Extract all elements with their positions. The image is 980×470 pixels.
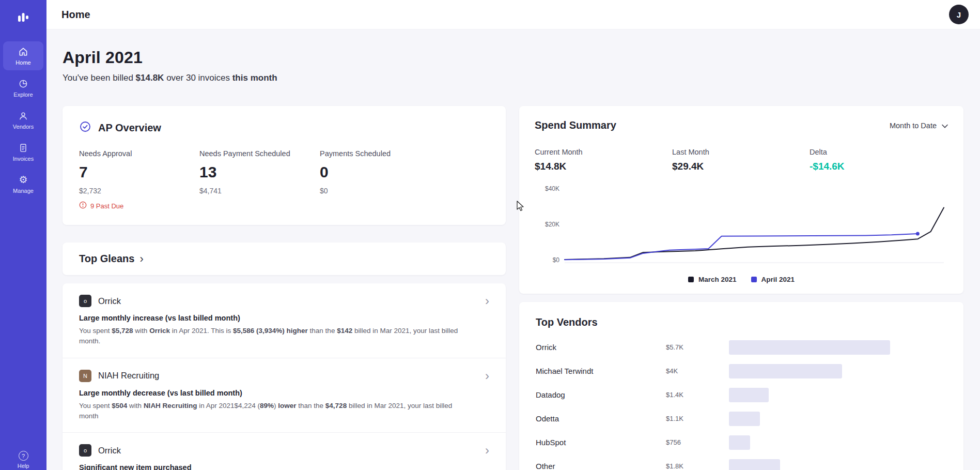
stat-current-month: Current Month $14.8K	[535, 148, 672, 172]
y-tick-label: $20K	[545, 221, 559, 228]
invoices-icon	[18, 143, 28, 153]
alert-circle-icon	[79, 201, 87, 210]
vendor-bar	[729, 364, 842, 378]
stat-label: Last Month	[672, 148, 810, 156]
main-content: April 2021 You've been billed $14.8K ove…	[46, 29, 980, 470]
glean-item[interactable]: o Orrick › Significant new item purchase…	[63, 432, 506, 470]
vendor-name: Datadog	[536, 390, 666, 399]
chevron-down-icon	[942, 122, 948, 130]
vendor-logo: o	[79, 295, 91, 307]
sidebar: Home Explore Vendors Invoices ⚙ Manage ?…	[0, 0, 46, 470]
vendors-icon	[18, 111, 28, 121]
stat-label: Needs Payment Scheduled	[199, 149, 320, 158]
vendor-name: Orrick	[536, 343, 666, 352]
past-due-label: 9 Past Due	[90, 202, 123, 210]
check-circle-icon	[79, 120, 91, 135]
vendor-bar	[729, 435, 750, 450]
stat-label: Needs Approval	[79, 149, 199, 158]
stat-value: $29.4K	[672, 161, 810, 172]
vendor-row[interactable]: Odetta $1.1K	[536, 411, 947, 426]
stat-last-month: Last Month $29.4K	[672, 148, 810, 172]
past-due-alert[interactable]: 9 Past Due	[79, 201, 199, 210]
date-range-label: Month to Date	[890, 122, 937, 130]
vendor-logo: o	[79, 444, 91, 457]
vendor-amount: $4K	[666, 367, 729, 375]
stat-value: -$14.6K	[810, 161, 947, 172]
sidebar-item-home[interactable]: Home	[3, 41, 43, 70]
chevron-right-icon[interactable]: ›	[139, 253, 143, 265]
legend-label: March 2021	[698, 276, 737, 283]
app-logo[interactable]	[16, 10, 30, 27]
page-title: April 2021	[63, 48, 963, 67]
top-gleans-header[interactable]: Top Gleans ›	[63, 242, 506, 275]
vendor-bar	[729, 388, 769, 402]
sidebar-item-label: Vendors	[13, 124, 34, 130]
vendor-row[interactable]: Michael Terwindt $4K	[536, 363, 947, 378]
legend-swatch	[688, 277, 694, 282]
vendor-name: Michael Terwindt	[536, 367, 666, 375]
sidebar-item-vendors[interactable]: Vendors	[3, 105, 43, 134]
vendor-bar	[729, 459, 780, 470]
ap-overview-title: AP Overview	[98, 122, 161, 134]
topbar-title: Home	[61, 9, 90, 21]
vendor-name: Odetta	[536, 414, 666, 423]
glean-title: Significant new item purchased	[79, 463, 489, 470]
chart-line-1	[565, 234, 917, 260]
glean-body: You spent $504 with NIAH Recruiting in A…	[79, 401, 472, 422]
chevron-right-icon[interactable]: ›	[485, 370, 489, 382]
vendor-row[interactable]: Other $1.8K	[536, 459, 947, 470]
vendor-row[interactable]: Datadog $1.4K	[536, 387, 947, 402]
help-icon: ?	[19, 451, 28, 461]
stat-label: Current Month	[535, 148, 672, 156]
top-gleans-title: Top Gleans	[79, 253, 134, 265]
vendor-logo: N	[79, 370, 91, 382]
stat-label: Payments Scheduled	[320, 149, 440, 158]
vendor-amount: $756	[666, 438, 729, 446]
vendor-row[interactable]: Orrick $5.7K	[536, 340, 947, 355]
page-subtitle: You've been billed $14.8K over 30 invoic…	[63, 73, 963, 83]
chart-legend: March 2021April 2021	[535, 276, 948, 286]
legend-swatch	[751, 277, 757, 282]
glean-title: Large monthly increase (vs last billed m…	[79, 314, 489, 322]
sidebar-item-label: Home	[15, 59, 30, 66]
chart-line-0	[565, 208, 944, 260]
sidebar-item-explore[interactable]: Explore	[3, 73, 43, 102]
stat-value: 13	[199, 163, 320, 181]
chevron-right-icon[interactable]: ›	[485, 444, 489, 457]
legend-item: March 2021	[688, 276, 737, 283]
legend-label: April 2021	[761, 276, 795, 283]
chart-end-dot	[916, 232, 920, 235]
legend-item: April 2021	[751, 276, 795, 283]
glean-item[interactable]: o Orrick › Large monthly increase (vs la…	[63, 283, 506, 358]
vendor-name: Orrick	[98, 446, 121, 456]
stat-payments-scheduled: Payments Scheduled 0 $0	[320, 149, 440, 210]
stat-needs-approval: Needs Approval 7 $2,732 9 Past Due	[79, 149, 199, 210]
top-gleans-list: o Orrick › Large monthly increase (vs la…	[63, 283, 506, 470]
sidebar-item-label: Invoices	[13, 156, 34, 162]
user-avatar[interactable]: J	[949, 5, 969, 24]
ap-overview-card: AP Overview Needs Approval 7 $2,732 9 Pa…	[63, 106, 506, 225]
vendor-name: Orrick	[98, 296, 121, 306]
vendor-amount: $1.4K	[666, 391, 729, 399]
stat-label: Delta	[810, 148, 947, 156]
top-vendors-title: Top Vendors	[536, 316, 947, 328]
sidebar-item-help[interactable]: ? Help	[18, 451, 29, 469]
vendor-row[interactable]: HubSpot $756	[536, 435, 947, 450]
date-range-selector[interactable]: Month to Date	[890, 122, 948, 130]
vendor-name: Other	[536, 462, 666, 470]
stat-value: 0	[320, 163, 440, 181]
glean-title: Large monthly decrease (vs last billed m…	[79, 389, 489, 397]
y-tick-label: $40K	[545, 185, 559, 192]
spend-line-chart: $40K$20K$0	[535, 176, 948, 276]
sidebar-item-label: Manage	[13, 188, 34, 194]
stat-amount: $0	[320, 187, 440, 195]
sidebar-item-manage[interactable]: ⚙ Manage	[3, 170, 43, 199]
topbar: Home J	[46, 0, 980, 29]
stat-amount: $4,741	[199, 187, 320, 195]
glean-item[interactable]: N NIAH Recruiting › Large monthly decrea…	[63, 358, 506, 433]
chevron-right-icon[interactable]: ›	[485, 295, 489, 307]
sidebar-item-label: Help	[18, 463, 29, 469]
stat-needs-payment-scheduled: Needs Payment Scheduled 13 $4,741	[199, 149, 320, 210]
sidebar-item-invoices[interactable]: Invoices	[3, 138, 43, 166]
stat-amount: $2,732	[79, 187, 199, 195]
